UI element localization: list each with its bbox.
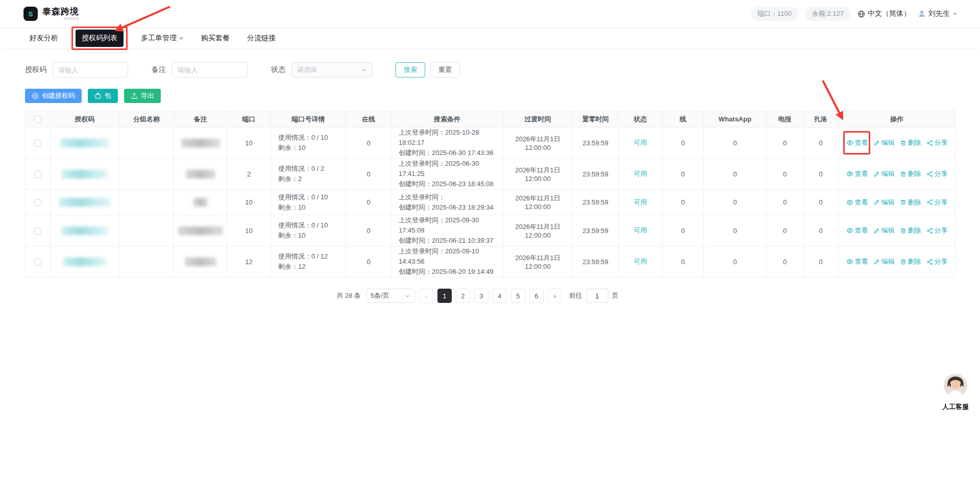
row-actions: 查看编辑删除分享 bbox=[839, 169, 955, 178]
nav-item-好友分析[interactable]: 好友分析 bbox=[30, 34, 58, 43]
search-condition-line: 上次登录时间：2025-09-30 17:45:09 bbox=[399, 215, 503, 236]
nav-item-授权码列表[interactable]: 授权码列表 bbox=[76, 30, 124, 47]
remark-input[interactable] bbox=[172, 62, 248, 78]
share-action-link[interactable]: 分享 bbox=[926, 226, 948, 235]
row-checkbox[interactable] bbox=[34, 140, 41, 147]
status-badge: 可用 bbox=[634, 258, 647, 265]
chevron-down-icon bbox=[179, 36, 184, 41]
next-page-button[interactable]: › bbox=[548, 289, 562, 303]
row-actions: 查看编辑删除分享 bbox=[839, 138, 955, 147]
edit-action-link[interactable]: 编辑 bbox=[873, 138, 895, 147]
view-action-link[interactable]: 查看 bbox=[846, 257, 868, 266]
page-size-select[interactable]: 5条/页 bbox=[366, 289, 415, 303]
port-badge: 端口：1100 bbox=[751, 7, 798, 21]
edit-icon bbox=[873, 199, 880, 206]
edit-action-link[interactable]: 编辑 bbox=[873, 169, 895, 178]
goto-page-input[interactable] bbox=[586, 289, 608, 303]
delete-icon bbox=[900, 140, 906, 146]
zero-time-cell: 23:59:59 bbox=[573, 246, 619, 277]
share-icon bbox=[926, 199, 933, 206]
auth-code-input[interactable] bbox=[53, 62, 128, 78]
delete-action-link[interactable]: 删除 bbox=[900, 226, 921, 235]
page-button-5[interactable]: 5 bbox=[511, 289, 525, 303]
search-button[interactable]: 搜索 bbox=[396, 62, 425, 78]
column-header: 过渡时间 bbox=[503, 111, 573, 127]
view-action-link[interactable]: 查看 bbox=[846, 138, 868, 147]
nav-item-购买套餐[interactable]: 购买套餐 bbox=[201, 34, 230, 43]
column-header: 置零时间 bbox=[573, 111, 619, 127]
delete-action-link[interactable]: 删除 bbox=[900, 169, 921, 178]
goto-page: 前往 页 bbox=[569, 289, 619, 303]
language-switcher[interactable]: 中文（简体） bbox=[857, 9, 911, 18]
view-action-link[interactable]: 查看 bbox=[846, 198, 868, 207]
page-button-4[interactable]: 4 bbox=[493, 289, 507, 303]
share-icon bbox=[926, 259, 933, 265]
port-detail-line: 剩余：10 bbox=[278, 202, 346, 213]
nav-item-多工单管理[interactable]: 多工单管理 bbox=[141, 34, 184, 43]
row-checkbox[interactable] bbox=[34, 199, 41, 206]
transition-time-cell: 2026年11月1日 12:00:00 bbox=[503, 246, 573, 277]
page-button-3[interactable]: 3 bbox=[474, 289, 488, 303]
search-condition-cell: 上次登录时间：2025-10-28 18:02:17创建时间：2025-06-3… bbox=[391, 127, 503, 159]
package-button[interactable]: 包 bbox=[88, 89, 118, 103]
share-action-link[interactable]: 分享 bbox=[926, 257, 948, 266]
row-select-cell bbox=[26, 215, 51, 246]
port-detail-line: 使用情况：0 / 10 bbox=[278, 220, 346, 231]
port-cell: 2 bbox=[227, 159, 271, 190]
share-action-link[interactable]: 分享 bbox=[926, 169, 948, 178]
edit-icon bbox=[873, 259, 880, 265]
port-detail-line: 使用情况：0 / 12 bbox=[278, 251, 346, 262]
export-button[interactable]: 导出 bbox=[124, 89, 161, 103]
group-name-cell bbox=[119, 246, 174, 277]
delete-action-label: 删除 bbox=[908, 257, 921, 266]
port-cell: 12 bbox=[227, 246, 271, 277]
status-select[interactable]: 请选择 bbox=[291, 62, 372, 78]
view-action-link[interactable]: 查看 bbox=[846, 169, 868, 178]
nav-item-label: 好友分析 bbox=[30, 34, 58, 43]
zalo-cell: 0 bbox=[803, 246, 839, 277]
globe-icon bbox=[857, 10, 865, 18]
table-body: 10使用情况：0 / 10剩余：100上次登录时间：2025-10-28 18:… bbox=[26, 127, 955, 277]
share-action-link[interactable]: 分享 bbox=[926, 198, 948, 207]
delete-action-link[interactable]: 删除 bbox=[900, 138, 921, 147]
column-header: 在线 bbox=[346, 111, 391, 127]
transition-time-cell: 2026年11月1日 12:00:00 bbox=[503, 190, 573, 215]
delete-action-label: 删除 bbox=[908, 226, 921, 235]
page-button-2[interactable]: 2 bbox=[456, 289, 470, 303]
column-header: 端口 bbox=[227, 111, 271, 127]
status-badge: 可用 bbox=[634, 170, 647, 177]
port-detail-cell: 使用情况：0 / 2剩余：2 bbox=[271, 159, 346, 190]
view-action-link[interactable]: 查看 bbox=[846, 226, 868, 235]
delete-action-link[interactable]: 删除 bbox=[900, 257, 921, 266]
whatsapp-cell: 0 bbox=[704, 246, 767, 277]
reset-button[interactable]: 重置 bbox=[430, 62, 460, 78]
main-nav: 好友分析授权码列表多工单管理购买套餐分流链接 bbox=[0, 28, 980, 48]
nav-item-分流链接[interactable]: 分流链接 bbox=[247, 34, 276, 43]
customer-service-widget[interactable]: 人工客服 bbox=[941, 374, 970, 412]
user-menu[interactable]: 刘先生 bbox=[918, 9, 958, 18]
create-auth-code-button[interactable]: 创建授权码 bbox=[25, 89, 82, 103]
customer-service-avatar bbox=[944, 374, 967, 397]
row-select-cell bbox=[26, 246, 51, 277]
select-all-checkbox[interactable] bbox=[34, 116, 41, 123]
prev-page-button[interactable]: ‹ bbox=[419, 289, 433, 303]
chevron-down-icon bbox=[361, 67, 366, 73]
search-condition-line: 创建时间：2025-06-30 17:43:36 bbox=[399, 148, 503, 158]
auth-code-table: 授权码分组名称备注端口端口号详情在线搜索条件过渡时间置零时间状态线WhatsAp… bbox=[25, 111, 955, 277]
row-checkbox[interactable] bbox=[34, 227, 41, 235]
remark-cell bbox=[174, 246, 227, 277]
row-checkbox[interactable] bbox=[34, 171, 41, 178]
row-checkbox[interactable] bbox=[34, 259, 41, 266]
view-action-label: 查看 bbox=[855, 138, 868, 147]
edit-action-link[interactable]: 编辑 bbox=[873, 198, 895, 207]
edit-action-link[interactable]: 编辑 bbox=[873, 257, 895, 266]
delete-action-link[interactable]: 删除 bbox=[900, 198, 921, 207]
page-button-6[interactable]: 6 bbox=[529, 289, 544, 303]
group-name-cell bbox=[119, 190, 174, 215]
page-button-1[interactable]: 1 bbox=[437, 289, 452, 303]
share-action-link[interactable]: 分享 bbox=[926, 138, 948, 147]
edit-action-link[interactable]: 编辑 bbox=[873, 226, 895, 235]
search-condition-cell: 上次登录时间：2025-06-30 17:41:25创建时间：2025-06-2… bbox=[391, 159, 503, 190]
view-icon bbox=[846, 170, 853, 177]
goto-label: 前往 bbox=[569, 291, 582, 300]
